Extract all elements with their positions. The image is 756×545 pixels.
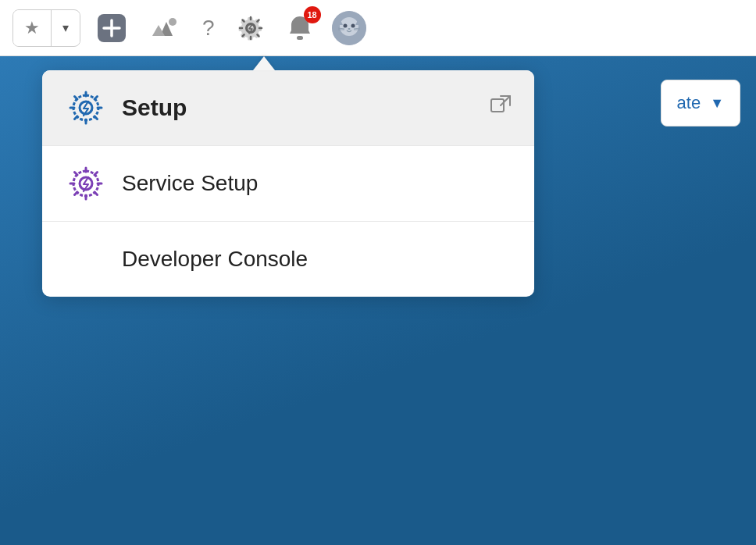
chevron-button[interactable]: ▾ — [52, 12, 80, 43]
avatar-image — [332, 11, 366, 45]
svg-point-14 — [348, 28, 350, 30]
star-button[interactable]: ★ — [13, 10, 52, 46]
svg-point-12 — [343, 23, 347, 27]
question-mark-icon: ? — [202, 16, 215, 41]
menu-item-setup[interactable]: Setup — [42, 70, 534, 146]
setup-gear-blue-icon — [66, 87, 106, 128]
service-setup-gear-purple-icon — [66, 163, 106, 204]
service-setup-label: Service Setup — [122, 171, 511, 196]
background-dropdown-text: ate — [677, 93, 701, 113]
settings-dropdown: Setup Service Setup — [42, 56, 534, 297]
help-button[interactable]: ? — [196, 9, 221, 47]
svg-point-9 — [340, 17, 358, 36]
avatar[interactable] — [332, 11, 366, 45]
chevron-down-icon: ▾ — [62, 20, 69, 35]
menu-item-service-setup[interactable]: Service Setup — [42, 146, 534, 222]
background-chevron-icon: ▼ — [710, 95, 724, 112]
favorites-group: ★ ▾ — [12, 9, 80, 47]
service-setup-icon-wrapper — [66, 163, 106, 204]
dropdown-arrow — [253, 56, 275, 70]
svg-rect-7 — [297, 36, 303, 40]
svg-point-13 — [351, 23, 355, 27]
background-dropdown-button[interactable]: ate ▼ — [661, 80, 740, 126]
add-button[interactable] — [90, 6, 134, 50]
setup-gear-button[interactable] — [230, 8, 271, 48]
star-icon: ★ — [24, 18, 40, 38]
landscape-button[interactable] — [143, 8, 187, 48]
notification-badge: 18 — [304, 6, 321, 23]
developer-console-label: Developer Console — [122, 247, 511, 272]
svg-point-5 — [169, 18, 177, 26]
external-link-icon — [490, 95, 511, 120]
setup-icon-wrapper — [66, 87, 106, 128]
navbar: ★ ▾ ? — [0, 0, 756, 56]
setup-label: Setup — [122, 94, 475, 121]
dropdown-menu: Setup Service Setup — [42, 70, 534, 297]
gear-icon — [237, 14, 265, 42]
notification-wrapper: 18 — [280, 8, 319, 48]
mountain-icon — [149, 14, 180, 42]
svg-rect-20 — [491, 99, 504, 112]
svg-line-21 — [501, 96, 510, 105]
plus-icon — [96, 12, 127, 44]
developer-console-icon-placeholder — [66, 239, 106, 280]
menu-item-developer-console[interactable]: Developer Console — [42, 222, 534, 297]
